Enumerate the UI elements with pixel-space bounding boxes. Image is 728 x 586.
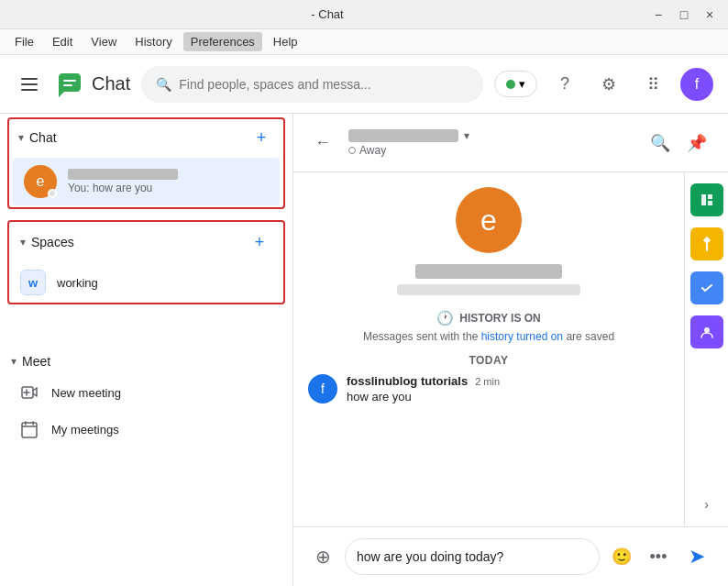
hamburger-icon bbox=[21, 78, 38, 91]
titlebar: - Chat − □ × bbox=[0, 0, 728, 29]
history-turned-on-link[interactable]: history turned on bbox=[481, 330, 563, 343]
chat-search-button[interactable]: 🔍 bbox=[644, 127, 677, 160]
back-button[interactable]: ← bbox=[308, 128, 337, 158]
apps-button[interactable]: ⠿ bbox=[636, 68, 669, 101]
contact-full-name-blurred bbox=[415, 264, 562, 279]
menu-help[interactable]: Help bbox=[266, 32, 305, 51]
meet-header[interactable]: ▾ Meet bbox=[0, 348, 292, 374]
today-label: TODAY bbox=[469, 354, 508, 367]
space-item[interactable]: w working bbox=[9, 262, 283, 303]
new-meeting-label: New meeting bbox=[51, 386, 121, 400]
meet-new-meeting[interactable]: New meeting bbox=[0, 374, 292, 411]
message-input[interactable] bbox=[345, 538, 600, 575]
svg-point-10 bbox=[704, 327, 710, 333]
message-time: 2 min bbox=[475, 376, 500, 387]
chat-section-header-left: ▾ Chat bbox=[18, 130, 57, 145]
search-bar[interactable]: 🔍 bbox=[141, 66, 483, 103]
svg-rect-1 bbox=[22, 423, 37, 437]
contact-avatar: e bbox=[456, 187, 522, 253]
chat-section: ▾ Chat + e You: how are you bbox=[0, 114, 292, 213]
keep-button[interactable] bbox=[690, 227, 723, 260]
chat-avatar-status bbox=[48, 189, 57, 198]
chat-header-title: ▾ bbox=[348, 129, 633, 142]
spaces-section-header[interactable]: ▾ Spaces + bbox=[9, 222, 283, 262]
message-avatar: f bbox=[308, 374, 337, 404]
send-button[interactable]: ➤ bbox=[680, 540, 713, 573]
chat-header: ← ▾ Away 🔍 📌 bbox=[293, 114, 728, 172]
menubar: File Edit View History Preferences Help bbox=[0, 29, 728, 55]
chat-section-header[interactable]: ▾ Chat + bbox=[9, 119, 283, 156]
svg-rect-2 bbox=[699, 192, 715, 208]
emoji-button[interactable]: 🙂 bbox=[607, 542, 636, 571]
space-icon: w bbox=[20, 270, 46, 295]
svg-point-7 bbox=[704, 238, 710, 243]
svg-rect-4 bbox=[708, 194, 712, 199]
more-icon: ••• bbox=[650, 547, 667, 567]
spaces-section-header-left: ▾ Spaces bbox=[20, 235, 74, 249]
message-sender: fosslinublog tutorials bbox=[347, 374, 468, 388]
plus-circle-icon: ⊕ bbox=[315, 546, 331, 568]
sidebar: ▾ Chat + e You: how are you bbox=[0, 114, 293, 586]
spaces-section-box: ▾ Spaces + w working bbox=[7, 220, 285, 304]
hamburger-button[interactable] bbox=[15, 70, 44, 99]
my-meetings-icon bbox=[18, 418, 40, 440]
menu-preferences[interactable]: Preferences bbox=[183, 32, 262, 51]
avatar[interactable]: f bbox=[680, 68, 713, 101]
emoji-icon: 🙂 bbox=[612, 547, 632, 567]
chat-preview: You: how are you bbox=[68, 182, 269, 194]
menu-file[interactable]: File bbox=[7, 32, 41, 51]
chat-name bbox=[68, 169, 178, 180]
space-name: working bbox=[57, 276, 98, 290]
meet-my-meetings[interactable]: My meetings bbox=[0, 411, 292, 448]
history-banner: 🕐 HISTORY IS ON bbox=[436, 310, 540, 326]
message-row: f fosslinublog tutorials 2 min how are y… bbox=[308, 374, 669, 404]
tasks-button[interactable] bbox=[690, 271, 723, 304]
history-link: Messages sent with the history turned on… bbox=[363, 330, 614, 343]
chat-header-name: ▾ Away bbox=[348, 129, 633, 157]
app: Chat 🔍 ▾ ? ⚙ ⠿ f bbox=[0, 55, 728, 586]
input-add-button[interactable]: ⊕ bbox=[308, 542, 337, 571]
settings-button[interactable]: ⚙ bbox=[592, 68, 625, 101]
history-label: HISTORY IS ON bbox=[459, 312, 540, 325]
svg-rect-5 bbox=[708, 201, 712, 205]
input-bar: ⊕ 🙂 ••• ➤ bbox=[293, 526, 728, 586]
contact-status: Away bbox=[348, 144, 633, 157]
message-content: fosslinublog tutorials 2 min how are you bbox=[347, 374, 669, 404]
chevron-down-icon: ▾ bbox=[519, 77, 525, 91]
chat-pin-button[interactable]: 📌 bbox=[680, 127, 713, 160]
more-side-icon[interactable]: › bbox=[704, 497, 709, 519]
menu-edit[interactable]: Edit bbox=[45, 32, 80, 51]
spaces-section: ▾ Spaces + w working bbox=[0, 216, 292, 308]
minimize-button[interactable]: − bbox=[647, 4, 669, 26]
spaces-add-button[interactable]: + bbox=[247, 229, 272, 255]
spaces-chevron-icon: ▾ bbox=[20, 236, 26, 249]
new-meeting-icon bbox=[18, 381, 40, 404]
menu-history[interactable]: History bbox=[127, 32, 179, 51]
message-text: how are you bbox=[347, 390, 669, 404]
chat-chevron-icon: ▾ bbox=[18, 131, 24, 144]
titlebar-title: - Chat bbox=[7, 7, 647, 21]
more-options-button[interactable]: ••• bbox=[644, 542, 673, 571]
topbar: Chat 🔍 ▾ ? ⚙ ⠿ f bbox=[0, 55, 728, 114]
chat-add-button[interactable]: + bbox=[248, 125, 274, 150]
spaces-section-label: Spaces bbox=[31, 235, 74, 249]
logo: Chat bbox=[55, 70, 130, 99]
status-button[interactable]: ▾ bbox=[494, 71, 537, 97]
chat-item[interactable]: e You: how are you bbox=[13, 158, 280, 205]
help-button[interactable]: ? bbox=[548, 68, 581, 101]
svg-rect-3 bbox=[701, 194, 706, 205]
contacts-button[interactable] bbox=[690, 315, 723, 348]
search-input[interactable] bbox=[179, 77, 469, 92]
status-text: Away bbox=[359, 144, 386, 157]
message-header: fosslinublog tutorials 2 min bbox=[347, 374, 669, 388]
contact-name-blurred bbox=[348, 129, 458, 142]
close-button[interactable]: × bbox=[699, 4, 721, 26]
send-icon: ➤ bbox=[689, 545, 705, 569]
sheets-button[interactable] bbox=[690, 183, 723, 216]
logo-text: Chat bbox=[92, 73, 130, 94]
search-icon: 🔍 bbox=[650, 133, 670, 153]
apps-icon: ⠿ bbox=[647, 74, 659, 94]
contact-dropdown-icon[interactable]: ▾ bbox=[464, 129, 469, 142]
maximize-button[interactable]: □ bbox=[673, 4, 695, 26]
menu-view[interactable]: View bbox=[83, 32, 124, 51]
